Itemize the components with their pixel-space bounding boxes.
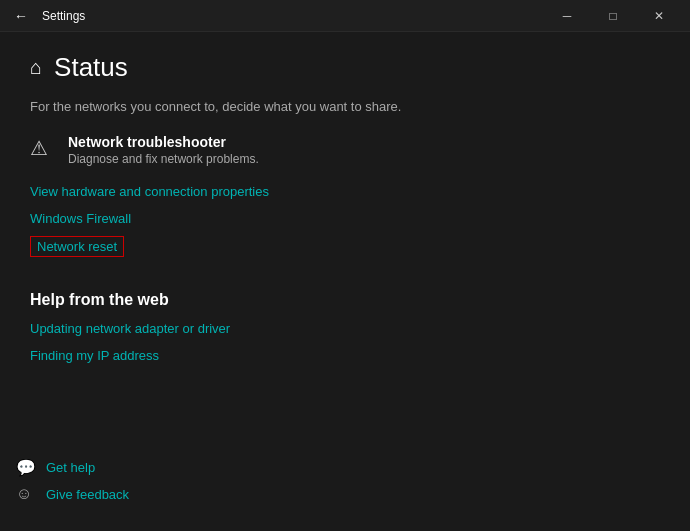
close-button[interactable]: ✕ <box>636 0 682 32</box>
give-feedback-icon: ☺ <box>16 485 36 503</box>
maximize-button[interactable]: □ <box>590 0 636 32</box>
troubleshooter-desc: Diagnose and fix network problems. <box>68 152 259 166</box>
close-icon: ✕ <box>654 9 664 23</box>
window-controls: ─ □ ✕ <box>544 0 682 32</box>
title-bar: ← Settings ─ □ ✕ <box>0 0 690 32</box>
warning-icon: ⚠ <box>30 136 54 160</box>
windows-firewall-link[interactable]: Windows Firewall <box>30 211 131 226</box>
maximize-icon: □ <box>609 9 616 23</box>
finding-ip-link[interactable]: Finding my IP address <box>30 348 159 363</box>
troubleshooter-content: Network troubleshooter Diagnose and fix … <box>68 134 259 166</box>
view-hardware-link[interactable]: View hardware and connection properties <box>30 184 269 199</box>
help-web-section: Help from the web Updating network adapt… <box>30 291 660 373</box>
network-troubleshooter-item: ⚠ Network troubleshooter Diagnose and fi… <box>30 134 660 166</box>
network-reset-link[interactable]: Network reset <box>30 236 124 257</box>
get-help-item[interactable]: 💬 Get help <box>16 458 204 477</box>
minimize-icon: ─ <box>563 9 572 23</box>
links-section: View hardware and connection properties … <box>30 182 660 267</box>
home-icon: ⌂ <box>30 56 42 79</box>
minimize-button[interactable]: ─ <box>544 0 590 32</box>
updating-adapter-link[interactable]: Updating network adapter or driver <box>30 321 230 336</box>
get-help-label: Get help <box>46 460 95 475</box>
troubleshooter-title: Network troubleshooter <box>68 134 259 150</box>
give-feedback-label: Give feedback <box>46 487 129 502</box>
help-web-heading: Help from the web <box>30 291 660 309</box>
give-feedback-item[interactable]: ☺ Give feedback <box>16 485 204 503</box>
subtitle-text: For the networks you connect to, decide … <box>30 99 660 114</box>
page-header: ⌂ Status <box>30 52 660 83</box>
title-bar-title: Settings <box>42 9 85 23</box>
spacer <box>30 267 660 291</box>
bottom-help: 💬 Get help ☺ Give feedback <box>0 448 220 531</box>
title-bar-left: ← Settings <box>8 6 85 26</box>
get-help-icon: 💬 <box>16 458 36 477</box>
back-icon: ← <box>14 8 28 24</box>
back-button[interactable]: ← <box>8 6 34 26</box>
page-title: Status <box>54 52 128 83</box>
